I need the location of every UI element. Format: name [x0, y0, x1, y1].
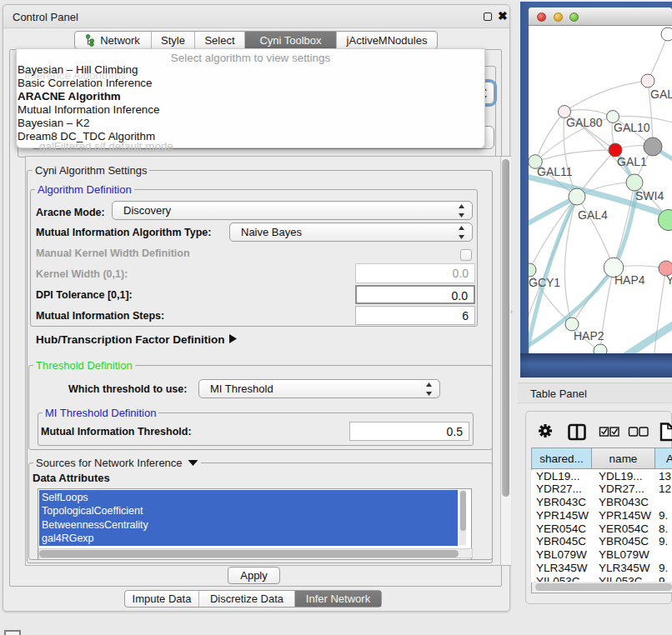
svg-text:Y: Y: [666, 273, 672, 287]
svg-text:HAP2: HAP2: [574, 329, 604, 342]
svg-text:HAP4: HAP4: [614, 273, 645, 287]
svg-text:SWI4: SWI4: [635, 189, 664, 202]
svg-text:GAL1: GAL1: [617, 155, 647, 168]
svg-text:GAL80: GAL80: [566, 116, 603, 129]
svg-text:GAL10: GAL10: [614, 121, 650, 134]
svg-text:GAL11: GAL11: [537, 165, 573, 178]
svg-text:GAL4: GAL4: [578, 208, 608, 222]
svg-text:GCY1: GCY1: [529, 276, 560, 289]
svg-text:GAL2: GAL2: [650, 88, 672, 101]
